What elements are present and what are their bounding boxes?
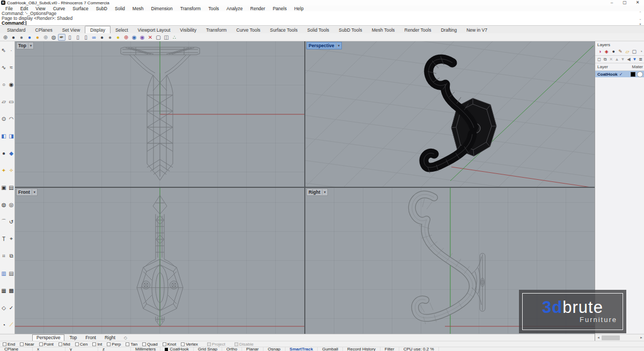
tool-button[interactable]: ✦ [0,162,8,179]
tool-button[interactable]: ≈ [8,58,15,76]
menu-item[interactable]: Tools [204,6,223,11]
viewport-tab[interactable]: Right [101,335,119,341]
viewport-title-front[interactable]: Front▾ [16,188,38,196]
status-segment[interactable]: Ortho [222,347,242,351]
toolbar-button[interactable]: ◫ [163,34,170,41]
toolbar-tab[interactable]: New in V7 [462,26,492,33]
viewport-menu-icon[interactable]: ▾ [28,43,32,48]
checkbox-icon[interactable] [163,342,166,346]
toolbar-tab[interactable]: Standard [2,26,31,33]
menu-item[interactable]: View [32,6,49,11]
layer-op-button[interactable]: ✕ [609,57,613,62]
tool-button[interactable]: ⌗ [0,247,8,265]
osnap-option[interactable]: Perp [107,342,121,347]
viewport-front-canvas[interactable] [15,188,304,334]
osnap-option[interactable]: Near [20,342,34,347]
toolbar-button[interactable]: ✒ [58,34,65,41]
tool-button[interactable]: ◔ [0,316,8,333]
toolbar-button[interactable]: ● [98,34,106,41]
toolbar-tab[interactable]: Solid Tools [302,26,334,33]
tool-button[interactable]: ▭ [8,93,15,110]
checkbox-icon[interactable] [58,342,62,346]
menu-item[interactable]: Solid [111,6,129,11]
layer-op-button[interactable]: ▲ [614,57,619,62]
menu-item[interactable]: SubD [92,6,111,11]
status-segment[interactable]: SmartTrack [286,347,318,351]
viewport-front[interactable]: Front▾ [15,188,304,334]
toolbar-button[interactable]: ◉ [138,34,146,41]
menu-item[interactable]: Panels [269,6,290,11]
toolbar-button[interactable]: ● [18,34,25,41]
status-segment[interactable]: Record History [343,347,380,351]
status-segment[interactable]: CoatHook [160,347,194,351]
toolbar-button[interactable]: ● [114,34,122,41]
tool-button[interactable]: ◉ [8,76,15,93]
status-segment[interactable]: Grid Snap [194,347,222,351]
layer-op-button[interactable]: ⧉ [603,57,608,62]
osnap-option[interactable]: Disable [235,342,254,347]
status-segment[interactable]: y [65,347,98,351]
command-prompt[interactable]: Command: [2,20,25,26]
tool-button[interactable]: ◇ [0,299,8,316]
checkbox-icon[interactable] [207,342,211,346]
tool-button[interactable]: ✓ [8,299,15,316]
status-segment[interactable]: Millimeters [131,347,160,351]
layer-material-icon[interactable] [637,71,643,77]
viewport-tab[interactable]: ◇ [120,335,131,341]
toolbar-tab[interactable]: Transform [201,26,231,33]
tool-button[interactable]: ▤ [8,265,15,282]
tool-button[interactable]: T [0,230,8,247]
tool-button[interactable]: ∿ [0,58,8,76]
toolbar-tab[interactable]: Display [85,26,111,33]
status-segment[interactable]: Planar [242,347,264,351]
status-segment[interactable]: CPU use: 0.2 % [399,347,439,351]
toolbar-button[interactable]: ● [26,34,33,41]
viewport-menu-icon[interactable]: ▾ [322,189,326,195]
tool-button[interactable]: ▥ [0,265,8,282]
menu-item[interactable]: Mesh [129,6,148,11]
toolbar-button[interactable]: ⊕ [42,34,49,41]
layer-row-coathook[interactable]: CoatHook ✓ [595,71,644,77]
toolbar-button[interactable]: ◍ [50,34,57,41]
status-segment[interactable]: z [98,347,131,351]
panel-tab-icon[interactable]: ● [611,48,617,54]
tool-button[interactable]: ▤ [8,179,15,196]
tool-button[interactable]: ◍ [0,196,8,213]
osnap-option[interactable]: Knot [163,342,176,347]
tool-button[interactable]: ▱ [0,93,8,110]
toolbar-tab[interactable]: Curve Tools [231,26,265,33]
checkbox-icon[interactable] [75,342,79,346]
toolbar-tab[interactable]: Visibility [175,26,201,33]
toolbar-tab[interactable]: Select [111,26,133,33]
viewport-top-canvas[interactable] [15,41,304,187]
osnap-option[interactable]: Int [92,342,102,347]
menu-item[interactable]: File [2,6,17,11]
command-scroll-arrows[interactable]: ⌃⌄▾ [638,11,643,26]
toolbar-tab[interactable]: Render Tools [400,26,436,33]
scroll-left-icon[interactable]: ◂ [595,335,602,340]
tool-button[interactable]: ⌖ [8,230,15,247]
osnap-option[interactable]: Project [207,342,225,347]
osnap-option[interactable]: Point [39,342,54,347]
panel-tab-icon[interactable]: ▢ [631,48,637,54]
tool-button[interactable]: ◆ [8,144,15,162]
panel-tab-icon[interactable]: ✎ [618,48,624,54]
toolbar-button[interactable]: ● [34,34,41,41]
osnap-option[interactable]: Cen [75,342,88,347]
restore-button[interactable]: ▢ [618,0,631,5]
osnap-option[interactable]: Tan [126,342,137,347]
tool-button[interactable]: ▦ [0,282,8,299]
tool-button[interactable]: ↺ [8,213,15,230]
toolbar-button[interactable]: ✕ [147,34,154,41]
toolbar-button[interactable]: ▯ [82,34,90,41]
menu-item[interactable]: Analyze [223,6,246,11]
viewport-menu-icon[interactable]: ▾ [336,43,340,48]
column-material[interactable]: Mater [632,64,643,69]
tool-button[interactable]: ◠ [8,110,15,127]
toolbar-tab[interactable]: Surface Tools [265,26,302,33]
toolbar-button[interactable]: ● [10,34,17,41]
panel-tab-icon[interactable]: ◈ [604,48,610,54]
toolbar-tab[interactable]: Mesh Tools [367,26,400,33]
viewport-title-top[interactable]: Top▾ [16,42,34,49]
tool-button[interactable]: ∙ [8,41,15,58]
